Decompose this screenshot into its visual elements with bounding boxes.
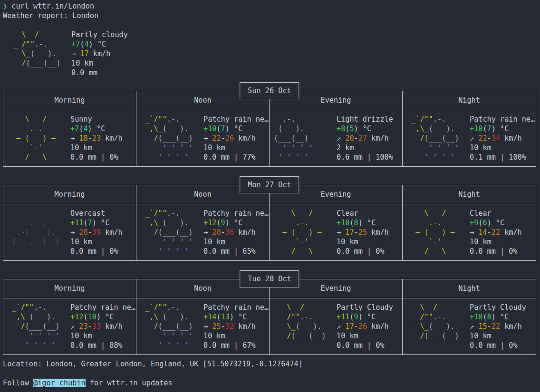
art-line: /(___(__) (141, 322, 203, 331)
art-line: ,\_( ). (141, 312, 203, 322)
text-segment: / \ (8, 153, 47, 162)
wind-text: → 28-39 km/h (70, 228, 136, 237)
text-segment: ‘ ‘ ‘ ‘ (141, 341, 189, 350)
text-segment: +8 (337, 124, 345, 133)
weather-art-sunny: \ / .-. ― ( ) ― `-' / \ (274, 209, 337, 256)
precipitation-text: 0.0 mm | 0% (337, 247, 402, 256)
art-line (9, 68, 71, 77)
weather-art-light_rain: _`/"".-. ,\_( ). /(___(__) ‘ ‘ ‘ ‘ ‘ ‘ ‘… (141, 303, 203, 350)
temperature-text: +12(10) °C (70, 312, 136, 322)
period-header-night: Night (403, 279, 536, 298)
text-segment: +11 (337, 313, 349, 321)
text-segment: / (141, 322, 158, 331)
text-segment: \ / (274, 209, 313, 218)
art-line: ‘ ‘ ‘ ‘ (274, 143, 337, 153)
forecast-cell-morning: \ / .-. ― ( ) ― `-' / \Sunny+7(4) °C→ 18… (3, 110, 136, 166)
text-segment: +10 (203, 124, 216, 133)
art-line: ‘ ‘ ‘ ‘ (8, 341, 70, 350)
text-segment: ,\_ (8, 313, 29, 321)
forecast-table: MorningNoonEveningNight .--. .-( ). (___… (3, 185, 536, 261)
text-segment: 10 km (337, 238, 358, 246)
text-segment: 4 (83, 124, 87, 133)
art-line: _ /"".-. (274, 312, 337, 322)
text-segment: 2 km (337, 143, 354, 152)
text-segment: 0.0 mm | 0% (337, 341, 385, 350)
text-segment: 13 (221, 313, 230, 321)
text-segment: ) °C (230, 313, 247, 321)
text-segment: (___(__) (26, 59, 61, 67)
art-line: / \ (407, 247, 470, 256)
text-segment: 7 (487, 124, 492, 133)
text-segment: ‘ ‘ ‘ ‘ (141, 238, 193, 246)
weather-art-light_drizzle: .-. ( ).(___(__) ‘ ‘ ‘ ‘ ‘ ‘ ‘ ‘ (274, 115, 337, 162)
text-segment: ( ). (274, 124, 304, 133)
text-segment: 25 (358, 228, 367, 237)
weather-art-partly_cloudy: \ / _ /"".-. \_( ). /(___(__) (274, 303, 337, 350)
date-label: Mon 27 Oct (240, 176, 299, 193)
weather-art-light_rain: _`/"".-. ,\_( ). /(___(__) ‘ ‘ ‘ ‘ ‘ ‘ ‘… (8, 303, 70, 350)
forecast-cell-noon: _`/"".-. ,\_( ). /(___(__) ‘ ‘ ‘ ‘ ‘ ‘ ‘… (136, 110, 270, 166)
forecast-table: MorningNoonEveningNight \ / .-. ― ( ) ― … (3, 91, 536, 167)
temperature-text: +8(5) °C (337, 124, 402, 134)
art-line: ― ( ) ― (8, 134, 70, 143)
text-segment: km/h (367, 134, 389, 143)
text-segment: 25 (212, 322, 221, 331)
text-segment: 6 (482, 219, 487, 227)
prompt-space (7, 2, 11, 10)
period-header-night: Night (403, 91, 536, 110)
text-segment: (___(__) (25, 322, 60, 331)
forecast-table: MorningNoonEveningNight _`/"".-. ,\_( ).… (3, 279, 536, 355)
visibility-text: 10 km (70, 143, 136, 153)
text-segment: / (9, 59, 26, 67)
text-segment: 39 (92, 228, 101, 237)
text-segment: → (470, 228, 478, 237)
follow-prefix: Follow (3, 379, 33, 387)
art-line: ― ( ) ― (407, 228, 470, 237)
visibility-text: 10 km (203, 143, 269, 153)
text-segment: ( (216, 313, 221, 321)
text-segment: +14 (203, 313, 216, 321)
weather-art-sunny: \ / .-. ― ( ) ― `-' / \ (407, 209, 470, 256)
forecast-cell-night: \ / .-. ― ( ) ― `-' / \Clear+9(6) °C→ 14… (403, 204, 536, 260)
period-header-morning: Morning (3, 185, 136, 204)
text-segment: 10 km (203, 238, 225, 246)
wind-text: ↗ 17-26 km/h (337, 322, 402, 331)
text-segment: ) °C (96, 313, 114, 321)
visibility-text: 10 km (470, 237, 536, 247)
text-segment: ‘ ‘ ‘ ‘ (141, 153, 189, 162)
condition-text: Patchy rain ne… (470, 115, 536, 124)
text-segment: (___(__) (424, 332, 459, 340)
temperature-text: +11(7) °C (70, 218, 136, 228)
art-line (8, 209, 70, 218)
art-line: .-. (274, 218, 337, 228)
art-line: \ / (8, 115, 70, 124)
wind-text: ↗ 15-22 km/h (470, 322, 536, 331)
twitter-handle-link[interactable]: @igor_chubin (33, 379, 86, 387)
location-line: Location: London, Greater London, Englan… (3, 359, 536, 369)
text-segment: - (354, 322, 358, 331)
art-line (274, 341, 337, 350)
art-line: _ /"".-. (407, 312, 470, 322)
weather-art-sunny: \ / .-. ― ( ) ― `-' / \ (8, 115, 70, 162)
art-line: ‘ ‘ ‘ ‘ (407, 153, 470, 162)
text-segment: .--. (8, 219, 47, 227)
text-segment: (___(__) (158, 228, 193, 237)
follow-suffix: for wttr.in updates (86, 379, 173, 387)
visibility-text: 10 km (337, 237, 402, 247)
text-segment: 10 km (470, 143, 492, 152)
art-line: / \ (274, 247, 337, 256)
current-weather-info: Partly cloudy+7(4) °C→ 17 km/h10 km0.0 m… (71, 30, 128, 77)
text-segment: Patchy rain ne… (70, 303, 135, 312)
text-segment: 8 (354, 219, 358, 227)
text-segment: 7 (221, 124, 225, 133)
text-segment: Patchy rain ne… (203, 209, 269, 218)
art-line: \_( ). (9, 49, 71, 58)
text-segment: km/h (89, 49, 111, 58)
art-line: /(___(__) (407, 331, 470, 341)
text-segment: _`/"" (141, 209, 167, 218)
visibility-text: 10 km (203, 331, 269, 341)
text-segment: (___.__)__) (8, 238, 60, 246)
text-segment: ― ( ) ― (274, 228, 322, 237)
text-segment: - (88, 134, 92, 143)
text-segment: ) °C (92, 219, 110, 227)
